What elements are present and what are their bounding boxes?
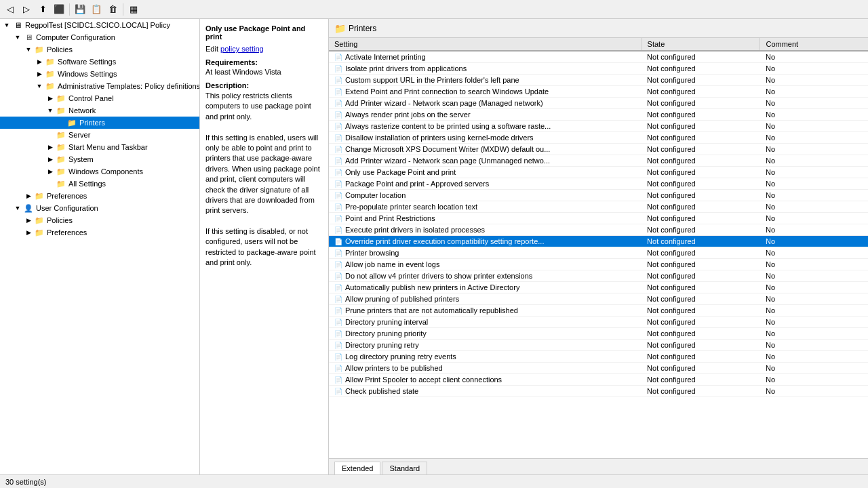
table-row[interactable]: 📄Directory pruning priorityNot configure… xyxy=(329,328,868,340)
tree-item-root[interactable]: ▼ 🖥 RegpolTest [SCIDC1.SCICO.LOCAL] Poli… xyxy=(0,19,199,31)
expander-network[interactable]: ▼ xyxy=(45,107,56,114)
expander-windows-settings[interactable]: ▶ xyxy=(34,70,45,77)
col-header-setting[interactable]: Setting xyxy=(329,38,642,51)
filter-button[interactable]: ▦ xyxy=(126,2,141,17)
table-row[interactable]: 📄Activate Internet printingNot configure… xyxy=(329,51,868,63)
setting-icon: 📄 xyxy=(334,330,342,338)
table-row[interactable]: 📄Change Microsoft XPS Document Writer (M… xyxy=(329,144,868,155)
back-button[interactable]: ◁ xyxy=(3,2,18,17)
table-row[interactable]: 📄Override print driver execution compati… xyxy=(329,236,868,247)
tree-item-software-settings[interactable]: ▶ 📁 Software Settings xyxy=(0,56,199,68)
tree-label-comp-prefs: Preferences xyxy=(47,192,87,200)
setting-icon: 📄 xyxy=(334,353,342,361)
tree-item-printers[interactable]: 📁 Printers xyxy=(0,117,199,129)
expander-user-config[interactable]: ▼ xyxy=(12,205,23,211)
table-row[interactable]: 📄Add Printer wizard - Network scan page … xyxy=(329,98,868,109)
copy-button[interactable]: 📋 xyxy=(89,2,104,17)
cell-setting: 📄Activate Internet printing xyxy=(329,51,642,63)
table-row[interactable]: 📄Isolate print drivers from applications… xyxy=(329,63,868,75)
policy-setting-link[interactable]: policy setting xyxy=(220,45,264,53)
expander-comp-prefs[interactable]: ▶ xyxy=(23,192,34,199)
table-row[interactable]: 📄Allow pruning of published printersNot … xyxy=(329,293,868,305)
table-row[interactable]: 📄Allow Print Spooler to accept client co… xyxy=(329,374,868,386)
table-row[interactable]: 📄Always rasterize content to be printed … xyxy=(329,121,868,132)
cell-comment: No xyxy=(760,132,868,144)
expander-user-policies[interactable]: ▶ xyxy=(23,217,34,224)
table-row[interactable]: 📄Check published stateNot configuredNo xyxy=(329,386,868,397)
tab-standard[interactable]: Standard xyxy=(382,462,427,474)
table-container[interactable]: Setting State Comment 📄Activate Internet… xyxy=(329,38,868,458)
table-row[interactable]: 📄Prune printers that are not automatical… xyxy=(329,305,868,317)
table-row[interactable]: 📄Directory pruning retryNot configuredNo xyxy=(329,340,868,351)
cell-setting: 📄Allow job name in event logs xyxy=(329,259,642,270)
expander-windows-components[interactable]: ▶ xyxy=(45,168,56,175)
folder-policies-icon: 📁 xyxy=(34,44,45,55)
expander-system[interactable]: ▶ xyxy=(45,156,56,163)
expander-root[interactable]: ▼ xyxy=(1,22,12,28)
delete-button[interactable]: 🗑 xyxy=(105,2,120,17)
tree-item-windows-settings[interactable]: ▶ 📁 Windows Settings xyxy=(0,68,199,80)
table-row[interactable]: 📄Printer browsingNot configuredNo xyxy=(329,247,868,259)
table-row[interactable]: 📄Allow job name in event logsNot configu… xyxy=(329,259,868,270)
expander-policies[interactable]: ▼ xyxy=(23,46,34,53)
expander-user-prefs[interactable]: ▶ xyxy=(23,229,34,236)
table-row[interactable]: 📄Automatically publish new printers in A… xyxy=(329,282,868,293)
setting-icon: 📄 xyxy=(334,226,342,234)
table-row[interactable]: 📄Pre-populate printer search location te… xyxy=(329,201,868,213)
tab-extended[interactable]: Extended xyxy=(334,462,380,474)
cell-state: Not configured xyxy=(642,63,760,75)
forward-button[interactable]: ▷ xyxy=(19,2,34,17)
tree-item-control-panel[interactable]: ▶ 📁 Control Panel xyxy=(0,92,199,104)
grid-header: 📁 Printers xyxy=(329,19,868,38)
tree-item-comp-prefs[interactable]: ▶ 📁 Preferences xyxy=(0,190,199,202)
setting-icon: 📄 xyxy=(334,123,342,130)
tree-item-comp-config[interactable]: ▼ 🖥 Computer Configuration xyxy=(0,31,199,43)
cell-state: Not configured xyxy=(642,317,760,328)
tree-item-admin-templates[interactable]: ▼ 📁 Administrative Templates: Policy def… xyxy=(0,80,199,92)
expander-control-panel[interactable]: ▶ xyxy=(45,95,56,102)
table-row[interactable]: 📄Computer locationNot configuredNo xyxy=(329,190,868,201)
table-row[interactable]: 📄Disallow installation of printers using… xyxy=(329,132,868,144)
tree-item-start-menu[interactable]: ▶ 📁 Start Menu and Taskbar xyxy=(0,141,199,153)
table-row[interactable]: 📄Custom support URL in the Printers fold… xyxy=(329,75,868,86)
tree-item-user-prefs[interactable]: ▶ 📁 Preferences xyxy=(0,226,199,239)
table-row[interactable]: 📄Execute print drivers in isolated proce… xyxy=(329,224,868,236)
table-row[interactable]: 📄Do not allow v4 printer drivers to show… xyxy=(329,270,868,282)
table-row[interactable]: 📄Only use Package Point and printNot con… xyxy=(329,167,868,178)
expander-software[interactable]: ▶ xyxy=(34,58,45,65)
toolbar: ◁ ▷ ⬆ ⬛ 💾 📋 🗑 ▦ xyxy=(0,0,868,19)
table-row[interactable]: 📄Directory pruning intervalNot configure… xyxy=(329,317,868,328)
expander-comp-config[interactable]: ▼ xyxy=(12,34,23,41)
cell-state: Not configured xyxy=(642,305,760,317)
table-row[interactable]: 📄Add Printer wizard - Network scan page … xyxy=(329,155,868,167)
cell-setting: 📄Allow printers to be published xyxy=(329,363,642,374)
save-button[interactable]: 💾 xyxy=(73,2,87,17)
tree-item-all-settings[interactable]: 📁 All Settings xyxy=(0,178,199,190)
tree-item-user-policies[interactable]: ▶ 📁 Policies xyxy=(0,214,199,226)
table-row[interactable]: 📄Extend Point and Print connection to se… xyxy=(329,86,868,98)
tree-item-windows-components[interactable]: ▶ 📁 Windows Components xyxy=(0,165,199,178)
tree-item-server[interactable]: 📁 Server xyxy=(0,129,199,141)
up-button[interactable]: ⬆ xyxy=(35,2,50,17)
tree-label-server: Server xyxy=(68,131,90,139)
folder-windows-settings-icon: 📁 xyxy=(45,68,56,79)
table-row[interactable]: 📄Allow printers to be publishedNot confi… xyxy=(329,363,868,374)
tree-item-user-config[interactable]: ▼ 👤 User Configuration xyxy=(0,202,199,214)
tree-item-system[interactable]: ▶ 📁 System xyxy=(0,153,199,165)
tree-item-network[interactable]: ▼ 📁 Network xyxy=(0,104,199,117)
folder-admin-templates-icon: 📁 xyxy=(45,81,56,92)
folder-windows-components-icon: 📁 xyxy=(56,166,66,177)
expander-start-menu[interactable]: ▶ xyxy=(45,144,56,150)
cell-state: Not configured xyxy=(642,363,760,374)
table-row[interactable]: 📄Package Point and print - Approved serv… xyxy=(329,178,868,190)
table-row[interactable]: 📄Point and Print RestrictionsNot configu… xyxy=(329,213,868,224)
tree-item-policies[interactable]: ▼ 📁 Policies xyxy=(0,43,199,56)
col-header-comment[interactable]: Comment xyxy=(760,38,868,51)
col-header-state[interactable]: State xyxy=(642,38,760,51)
table-row[interactable]: 📄Log directory pruning retry eventsNot c… xyxy=(329,351,868,363)
cell-comment: No xyxy=(760,328,868,340)
expander-admin-templates[interactable]: ▼ xyxy=(34,83,45,89)
table-row[interactable]: 📄Always render print jobs on the serverN… xyxy=(329,109,868,121)
show-hide-button[interactable]: ⬛ xyxy=(52,2,66,17)
cell-comment: No xyxy=(760,236,868,247)
